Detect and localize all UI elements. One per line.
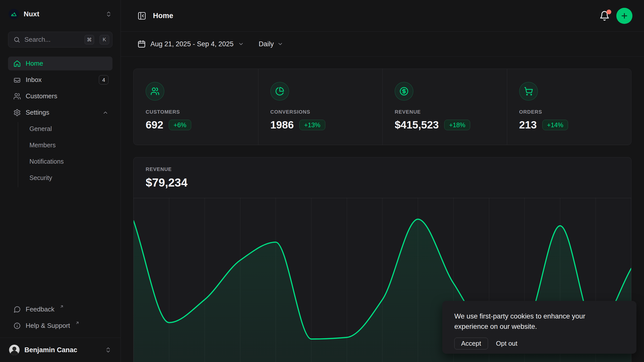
sidebar-item-label: Inbox [26, 76, 94, 84]
sidebar-item-label: Help & Support [26, 322, 70, 330]
inbox-count-badge: 4 [99, 75, 108, 84]
chevron-down-icon [277, 41, 283, 47]
sidebar-item-home[interactable]: Home [8, 57, 112, 70]
page-header: Home [121, 0, 644, 32]
search-icon [13, 36, 20, 43]
dollar-circle-icon [395, 82, 413, 101]
stats-card: CUSTOMERS 692 +6% CONVERSIONS 1986 +13% [133, 69, 631, 145]
sidebar-item-label: Settings [26, 109, 98, 116]
kbd-cmd: ⌘ [85, 35, 94, 44]
sidebar-user-section: Benjamin Canac [0, 338, 120, 362]
stat-change-badge: +6% [169, 120, 191, 130]
chevron-down-icon [238, 41, 244, 47]
collapse-sidebar-icon[interactable] [137, 11, 146, 20]
inbox-icon [13, 76, 21, 84]
notifications-button[interactable] [599, 11, 610, 21]
notification-dot [607, 10, 611, 14]
sidebar-item-feedback[interactable]: Feedback [8, 302, 112, 316]
external-link-icon [60, 304, 64, 309]
stat-label: CONVERSIONS [270, 109, 373, 115]
sidebar-item-customers[interactable]: Customers [8, 89, 112, 103]
avatar [9, 345, 20, 355]
stat-label: CUSTOMERS [146, 109, 248, 115]
period-select[interactable]: Daily [259, 40, 283, 48]
users-icon [13, 93, 21, 100]
stat-conversions[interactable]: CONVERSIONS 1986 +13% [258, 69, 383, 145]
pie-chart-icon [270, 82, 289, 101]
stat-change-badge: +18% [444, 120, 470, 130]
gear-icon [13, 109, 21, 116]
kbd-k: K [100, 35, 109, 44]
stat-value: $415,523 [395, 119, 439, 131]
stat-customers[interactable]: CUSTOMERS 692 +6% [134, 69, 258, 145]
user-name: Benjamin Canac [24, 346, 100, 354]
chevrons-up-down-icon [105, 11, 112, 17]
settings-subnav: General Members Notifications Security [18, 122, 112, 187]
cart-icon [519, 82, 538, 101]
sidebar-item-inbox[interactable]: Inbox 4 [8, 73, 112, 87]
date-range-value: Aug 21, 2025 - Sep 4, 2025 [150, 40, 233, 48]
stat-value: 1986 [270, 119, 294, 131]
sidebar-subitem-members[interactable]: Members [26, 138, 112, 152]
revenue-chart-value: $79,234 [146, 176, 619, 189]
user-menu[interactable]: Benjamin Canac [8, 338, 112, 362]
stat-change-badge: +13% [299, 120, 325, 130]
sidebar-item-label: Feedback [26, 305, 54, 313]
sidebar-item-help-support[interactable]: Help & Support [8, 319, 112, 333]
stat-change-badge: +14% [542, 120, 568, 130]
external-link-icon [75, 321, 79, 325]
revenue-chart-label: REVENUE [146, 166, 619, 172]
chevrons-up-down-icon [105, 347, 111, 353]
workspace-switcher[interactable]: Nuxt [8, 6, 112, 22]
page-title: Home [153, 12, 599, 20]
stat-value: 692 [146, 119, 163, 131]
sidebar-item-label: Customers [26, 92, 108, 100]
stat-revenue[interactable]: REVENUE $415,523 +18% [382, 69, 507, 145]
stat-label: REVENUE [395, 109, 497, 115]
sidebar-item-settings[interactable]: Settings [8, 106, 112, 119]
cookie-message: We use first-party cookies to enhance yo… [454, 311, 605, 332]
sidebar: Nuxt Search... ⌘ K Home [0, 0, 121, 362]
sidebar-footer-nav: Feedback Help & Support [8, 302, 112, 338]
cookie-banner: We use first-party cookies to enhance yo… [442, 301, 636, 354]
users-icon [146, 82, 164, 101]
toolbar: Aug 21, 2025 - Sep 4, 2025 Daily [121, 32, 644, 57]
optout-cookies-button[interactable]: Opt out [494, 338, 520, 349]
search-input[interactable]: Search... ⌘ K [8, 32, 112, 48]
search-placeholder: Search... [24, 36, 80, 43]
accept-cookies-button[interactable]: Accept [454, 338, 488, 349]
stat-orders[interactable]: ORDERS 213 +14% [507, 69, 631, 145]
workspace-name: Nuxt [24, 10, 101, 18]
period-value: Daily [259, 40, 274, 48]
sidebar-subitem-notifications[interactable]: Notifications [26, 155, 112, 168]
stat-label: ORDERS [519, 109, 621, 115]
house-icon [13, 60, 21, 67]
sidebar-subitem-general[interactable]: General [26, 122, 112, 136]
nuxt-logo-icon [9, 9, 19, 19]
sidebar-spacer [8, 187, 112, 302]
message-circle-icon [13, 306, 21, 313]
chevron-up-icon [102, 110, 108, 116]
calendar-icon [137, 40, 146, 48]
sidebar-subitem-security[interactable]: Security [26, 171, 112, 185]
info-circle-icon [13, 322, 21, 330]
stat-value: 213 [519, 119, 537, 131]
date-range-picker[interactable]: Aug 21, 2025 - Sep 4, 2025 [137, 40, 244, 48]
add-button[interactable] [616, 8, 632, 24]
sidebar-nav: Home Inbox 4 Customers [8, 57, 112, 187]
sidebar-item-label: Home [26, 60, 108, 67]
